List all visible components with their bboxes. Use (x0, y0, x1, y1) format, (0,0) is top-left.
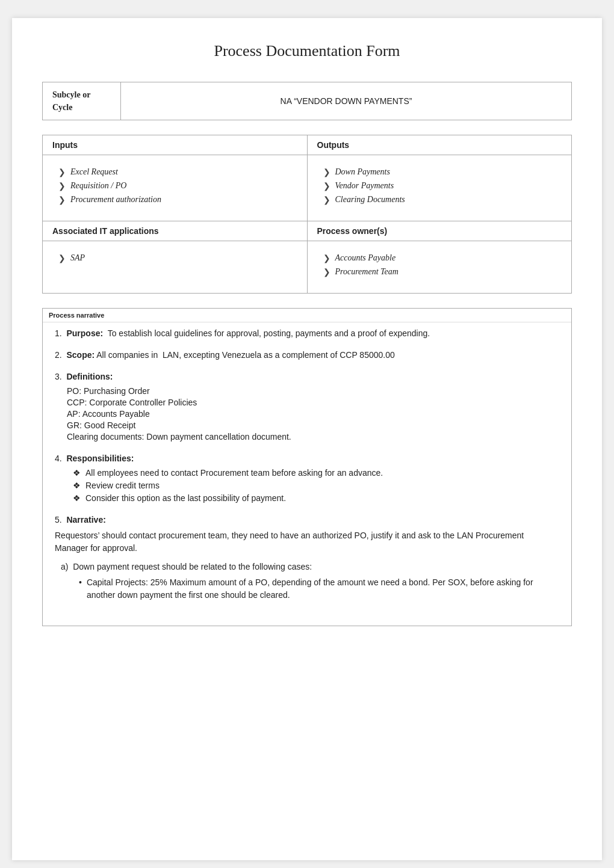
narrative-content: 1. Purpose: To establish local guideline… (43, 322, 571, 626)
inputs-list: ❯Excel Request ❯Requisition / PO ❯Procur… (52, 161, 297, 215)
list-item: ❖Consider this option as the last possib… (73, 493, 559, 503)
list-item: ❯Excel Request (58, 167, 297, 177)
scope-text: 2. Scope: All companies in LAN, exceptin… (55, 350, 559, 360)
list-item: ❯Down Payments (323, 167, 562, 177)
list-item: ❯SAP (58, 253, 297, 263)
list-item: AP: Accounts Payable (67, 409, 559, 419)
list-item: GR: Good Receipt (67, 420, 559, 430)
narrative-item-narrative: 5. Narrative: Requestors’ should contact… (55, 515, 559, 602)
subcycle-label: Subcyle orCycle (43, 82, 121, 120)
inputs-content: ❯Excel Request ❯Requisition / PO ❯Procur… (43, 155, 308, 221)
narrative-item-definitions: 3. Definitions: PO: Purchasing Order CCP… (55, 372, 559, 442)
list-item: ❖Review credit terms (73, 481, 559, 490)
page-container: Process Documentation Form Subcyle orCyc… (12, 18, 602, 860)
process-owners-header: Process owner(s) (307, 221, 572, 241)
subcycle-table: Subcyle orCycle NA “VENDOR DOWN PAYMENTS… (42, 82, 572, 120)
list-item: CCP: Corporate Controller Policies (67, 398, 559, 407)
page-title: Process Documentation Form (42, 42, 572, 60)
list-item: PO: Purchasing Order (67, 386, 559, 396)
list-item: ❯Requisition / PO (58, 181, 297, 191)
it-apps-header: Associated IT applications (43, 221, 308, 241)
list-item: Capital Projects: 25% Maximum amount of … (79, 576, 559, 602)
responsibilities-list: ❖All employees need to contact Procureme… (55, 468, 559, 503)
sub-item-a-label: a) Down payment request should be relate… (61, 562, 559, 571)
process-owners-list: ❯Accounts Payable ❯Procurement Team (317, 247, 562, 287)
list-item: ❯Vendor Payments (323, 181, 562, 191)
purpose-text: 1. Purpose: To establish local guideline… (55, 328, 559, 338)
it-apps-list: ❯SAP (52, 247, 297, 273)
list-item: ❯Procurement authorization (58, 195, 297, 205)
list-item: Clearing documents: Down payment cancell… (67, 432, 559, 442)
outputs-list: ❯Down Payments ❯Vendor Payments ❯Clearin… (317, 161, 562, 215)
list-item: ❖All employees need to contact Procureme… (73, 468, 559, 478)
list-item: ❯Procurement Team (323, 267, 562, 277)
it-apps-content: ❯SAP (43, 241, 308, 294)
io-table: Inputs Outputs ❯Excel Request ❯Requisiti… (42, 135, 572, 294)
narrative-label: Process narrative (43, 309, 571, 322)
list-item: ❯Clearing Documents (323, 195, 562, 205)
sub-item-a: a) Down payment request should be relate… (55, 562, 559, 602)
process-owners-content: ❯Accounts Payable ❯Procurement Team (307, 241, 572, 294)
narrative-main-text: Requestors’ should contact procurement t… (55, 529, 559, 555)
narrative-box: Process narrative 1. Purpose: To establi… (42, 308, 572, 626)
inputs-header: Inputs (43, 135, 308, 155)
narrative-item-purpose: 1. Purpose: To establish local guideline… (55, 328, 559, 338)
subcycle-value: NA “VENDOR DOWN PAYMENTS” (121, 82, 572, 120)
definitions-list: PO: Purchasing Order CCP: Corporate Cont… (55, 386, 559, 442)
list-item: ❯Accounts Payable (323, 253, 562, 263)
bullet-list-a: Capital Projects: 25% Maximum amount of … (61, 576, 559, 602)
narrative-item-responsibilities: 4. Responsibilities: ❖All employees need… (55, 454, 559, 503)
outputs-header: Outputs (307, 135, 572, 155)
outputs-content: ❯Down Payments ❯Vendor Payments ❯Clearin… (307, 155, 572, 221)
narrative-item-scope: 2. Scope: All companies in LAN, exceptin… (55, 350, 559, 360)
